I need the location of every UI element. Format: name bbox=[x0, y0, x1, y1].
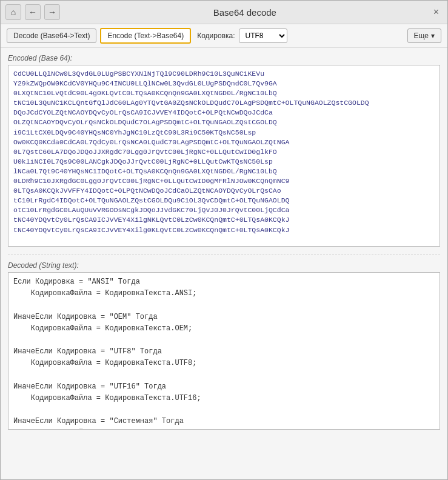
back-button[interactable]: ← bbox=[25, 4, 41, 20]
title-bar: ⌂ ← → Base64 decode × bbox=[1, 1, 447, 24]
more-dropdown-icon: ▾ bbox=[431, 32, 435, 40]
window-title: Base64 decode bbox=[64, 7, 426, 18]
toolbar: Decode (Base64->Text) Encode (Text->Base… bbox=[1, 24, 447, 48]
forward-button[interactable]: → bbox=[44, 4, 60, 20]
close-button[interactable]: × bbox=[430, 5, 443, 19]
decoded-textarea[interactable] bbox=[8, 272, 440, 430]
encode-button[interactable]: Encode (Text->Base64) bbox=[100, 28, 191, 44]
decoded-section-label: Decoded (String text): bbox=[8, 261, 440, 270]
section-divider bbox=[8, 255, 440, 255]
more-label: Еще bbox=[414, 32, 429, 40]
encoded-textarea[interactable] bbox=[8, 65, 440, 247]
decode-button[interactable]: Decode (Base64->Text) bbox=[7, 28, 96, 43]
content-area: Encoded (Base 64): Decoded (String text)… bbox=[1, 48, 447, 438]
encoded-section-label: Encoded (Base 64): bbox=[8, 54, 440, 62]
encoding-label: Кодировка: bbox=[197, 32, 235, 40]
home-icon: ⌂ bbox=[11, 7, 16, 17]
forward-icon: → bbox=[48, 7, 56, 17]
home-button[interactable]: ⌂ bbox=[5, 4, 21, 20]
main-window: ⌂ ← → Base64 decode × Decode (Base64->Te… bbox=[0, 0, 448, 480]
more-button[interactable]: Еще ▾ bbox=[407, 28, 441, 43]
encoding-select[interactable]: UTF8 ANSI OEM UTF16 bbox=[239, 28, 287, 43]
back-icon: ← bbox=[28, 7, 37, 17]
